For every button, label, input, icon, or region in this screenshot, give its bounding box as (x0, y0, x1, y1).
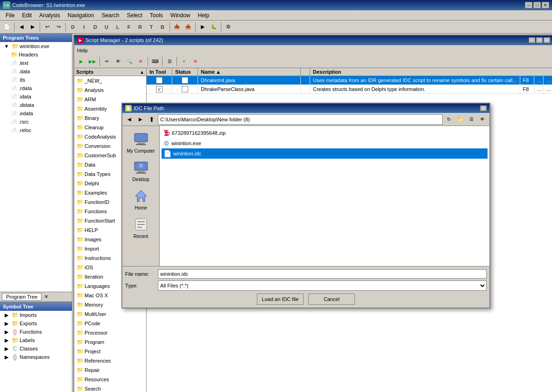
sm-stop-btn[interactable]: ✕ (135, 56, 146, 67)
scripts-folder-program[interactable]: 📁 Program (74, 337, 146, 347)
symbol-item-exports[interactable]: ▶ 📁 Exports (0, 319, 72, 328)
table-row-1[interactable]: ✓ ✓ DhrakeInit.java Uses metadata from a… (147, 76, 552, 85)
symbol-item-namespaces[interactable]: ▶ {} Namespaces (0, 353, 72, 361)
td-more2-1[interactable]: … (544, 76, 552, 84)
scripts-folder-references[interactable]: 📁 References (74, 356, 146, 365)
scripts-folder-analysis[interactable]: 📁 Analysis (74, 85, 146, 95)
menu-file[interactable]: File (2, 11, 18, 20)
sm-edit-btn[interactable]: ✏ (102, 56, 112, 67)
td-more-1[interactable]: … (534, 76, 544, 84)
symbol-item-labels[interactable]: ▶ 📁 Labels (0, 336, 72, 344)
sm-view-btn[interactable]: 👁 (113, 56, 123, 67)
sm-close-btn[interactable]: ✕ (544, 37, 550, 43)
export-button[interactable]: 📤 (183, 22, 193, 32)
dialog-view-btn[interactable]: ☰ (466, 114, 476, 125)
scripts-folder-multiuser[interactable]: 📁 MultiUser (74, 309, 146, 319)
filename-input[interactable] (158, 269, 487, 279)
menu-help[interactable]: Help (194, 11, 213, 20)
th-description[interactable]: Description (310, 68, 552, 76)
function-button[interactable]: F (124, 22, 134, 32)
tree-item-headers[interactable]: 📁 Headers (0, 50, 72, 59)
scripts-folder-search[interactable]: 📁 Search (74, 384, 146, 392)
menu-select[interactable]: Select (123, 11, 146, 20)
checkbox-status-2[interactable] (182, 86, 188, 92)
symbol-item-imports[interactable]: ▶ 📁 Imports (0, 311, 72, 319)
place-mycomputer[interactable]: My Computer (122, 128, 159, 156)
run-button[interactable]: ▶ (198, 22, 208, 32)
menu-navigation[interactable]: Navigation (64, 11, 98, 20)
td-more2-2[interactable]: … (544, 85, 552, 93)
close-button[interactable]: ✕ (542, 2, 549, 8)
decompile-button[interactable]: D (90, 22, 100, 32)
scripts-folder-repair[interactable]: 📁 Repair (74, 365, 146, 375)
sm-maximize-btn[interactable]: □ (536, 37, 543, 43)
dialog-up-btn[interactable]: ⬆ (147, 114, 157, 125)
info-button[interactable]: I (79, 22, 89, 32)
symbol-item-functions[interactable]: ▶ {} Functions (0, 328, 72, 336)
dialog-preview-btn[interactable]: 👁 (477, 114, 488, 125)
import-button[interactable]: 📥 (172, 22, 182, 32)
checkbox-intool-2[interactable]: ✓ (156, 86, 163, 92)
table-row-2[interactable]: ✓ DhrakeParseClass.java Creates structs … (147, 85, 552, 94)
menu-window[interactable]: Window (167, 11, 194, 20)
dialog-address-bar[interactable]: C:\Users\Marco\Desktop\New folder (8) (158, 114, 443, 125)
bookmark-button[interactable]: B (157, 22, 168, 32)
menu-search[interactable]: Search (98, 11, 123, 20)
symbol-item-classes[interactable]: ▶ C Classes (0, 344, 72, 353)
checkbox-status-1[interactable]: ✓ (182, 77, 188, 84)
place-home[interactable]: Home (122, 185, 159, 213)
dialog-newfolder-btn[interactable]: 📁 (455, 114, 465, 125)
tree-item-idata[interactable]: 📄 .idata (0, 92, 72, 101)
scripts-folder-project[interactable]: 📁 Project (74, 347, 146, 356)
tree-item-reloc[interactable]: 📄 .reloc (0, 126, 72, 134)
dialog-forward-btn[interactable]: ▶ (135, 114, 146, 125)
dialog-close-btn[interactable]: ✕ (480, 105, 487, 111)
type-button[interactable]: T (146, 22, 156, 32)
maximize-button[interactable]: □ (533, 2, 541, 8)
symbol-tree-area[interactable]: ▶ 📁 Imports ▶ 📁 Exports ▶ {} Functions (0, 311, 72, 392)
redo-button[interactable]: ↪ (53, 22, 64, 32)
settings-button[interactable]: ⚙ (223, 22, 234, 32)
dialog-back-btn[interactable]: ◀ (124, 114, 134, 125)
sm-delete-btn[interactable]: ✕ (190, 56, 200, 67)
minimize-button[interactable]: ─ (525, 2, 532, 8)
forward-button[interactable]: ▶ (28, 22, 38, 32)
menu-tools[interactable]: Tools (146, 11, 167, 20)
tree-root[interactable]: ▼ 📁 winintion.exe (0, 42, 72, 50)
back-button[interactable]: ◀ (16, 22, 27, 32)
tree-item-data[interactable]: 📄 .data (0, 67, 72, 76)
tree-item-rsrc[interactable]: 📄 .rsrc (0, 118, 72, 126)
program-tree-tab[interactable]: Program Tree (2, 293, 42, 301)
dialog-file-list[interactable]: 🗜 6732897162395648.zip ⚙ winintion.exe 📄… (160, 126, 489, 266)
sm-run-all-btn[interactable]: ▶▶ (87, 56, 98, 67)
sm-expand-btn[interactable]: ☰ (164, 56, 175, 67)
reference-button[interactable]: R (135, 22, 145, 32)
checkbox-intool-1[interactable]: ✓ (156, 77, 163, 84)
label-button[interactable]: L (113, 22, 123, 32)
file-item-idc[interactable]: 📄 winintion.idc (162, 148, 488, 159)
dialog-refresh-btn[interactable]: ↻ (444, 114, 454, 125)
menu-edit[interactable]: Edit (18, 11, 35, 20)
undefined-button[interactable]: U (101, 22, 112, 32)
sm-run-btn[interactable]: ▶ (76, 56, 86, 67)
new-button[interactable]: 📄 (2, 22, 12, 32)
disassemble-button[interactable]: D (68, 22, 78, 32)
tree-item-rdata[interactable]: 📄 .rdata (0, 84, 72, 92)
tree-item-edata[interactable]: 📄 .edata (0, 109, 72, 118)
sm-add-btn[interactable]: + (179, 56, 189, 67)
sm-minimize-btn[interactable]: ─ (529, 37, 535, 43)
menu-analysis[interactable]: Analysis (35, 11, 64, 20)
sm-search-btn[interactable]: 🔍 (124, 56, 134, 67)
scripts-folder-processor[interactable]: 📁 Processor (74, 328, 146, 337)
tree-item-tls[interactable]: 📄 .tls (0, 76, 72, 84)
scripts-folder-pcode[interactable]: 📁 PCode (74, 319, 146, 328)
tree-item-text[interactable]: 📄 .text (0, 59, 72, 67)
scripts-folder-resources[interactable]: 📁 Resources (74, 375, 146, 384)
cancel-button[interactable]: Cancel (308, 294, 355, 305)
scripts-collapse-btn[interactable]: ▲ (140, 70, 144, 75)
td-more-2[interactable]: … (534, 85, 544, 93)
place-recent[interactable]: Recent (122, 213, 159, 242)
th-in-tool[interactable]: In Tool (147, 68, 172, 76)
type-select[interactable]: All Files (*.*)IDC Files (*.idc)Script F… (158, 280, 487, 291)
th-status[interactable]: Status (172, 68, 198, 76)
